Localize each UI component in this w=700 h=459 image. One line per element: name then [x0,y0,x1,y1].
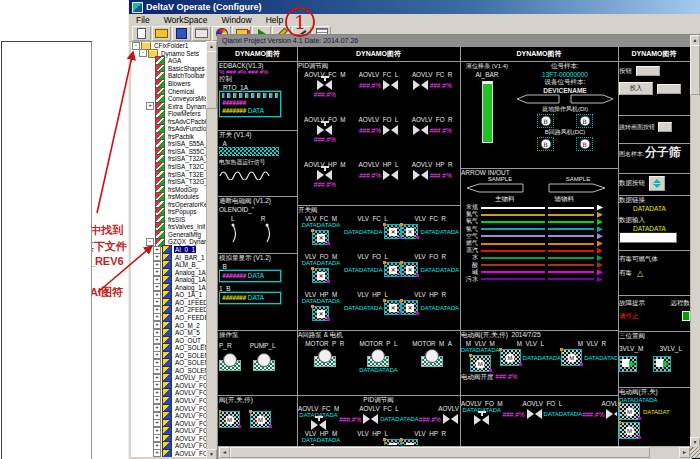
valve-dynamo[interactable]: AOVLV_FO_MDATADATADA###.#%DATADATADA [461,400,503,425]
material-line[interactable] [481,264,545,266]
tree-item[interactable]: frsISA_S55C_B [131,148,208,156]
material-line[interactable] [548,228,594,230]
pump-dynamo[interactable] [219,353,241,371]
tree-item[interactable]: AGA [131,57,208,65]
toolbar-button[interactable] [132,26,151,41]
title-bar[interactable]: DeltaV Operate (Configure) [129,0,700,14]
spinner-button[interactable] [649,176,665,191]
motor-valve-dynamo[interactable]: M_VLV_MDATADATADADATADATADA [461,340,500,372]
material-line[interactable] [481,228,545,230]
engage-button[interactable]: 投入 [619,82,653,95]
motor-valve-dynamo[interactable]: M_VLV_LDATADATADADATADATADA [500,340,562,372]
remote-status-box[interactable] [682,311,690,321]
tree-item[interactable]: frsModGrp [131,185,208,193]
tree-item[interactable]: frsValves_Init [131,223,208,231]
solenoid-valve-icon[interactable] [219,222,285,246]
material-line[interactable] [481,221,545,223]
motor-valve-dynamo[interactable]: M_VLV_RDATADATADADATADATADA [561,340,617,372]
data-display-dynamo[interactable]: ####### DATA [219,292,281,304]
valve-dynamo[interactable]: AOVLV_FO_R###.#%###.#%###.#% [405,116,459,161]
fan-dynamo[interactable] [537,114,554,128]
pump-dynamo[interactable] [253,353,275,371]
motor-valve-dynamo[interactable] [619,422,640,439]
tree-item[interactable]: frsModules [131,193,208,201]
material-line[interactable] [548,221,594,223]
spin-up-icon[interactable] [653,179,661,183]
canvas-scroll-left-icon[interactable]: ◄ [219,447,230,458]
hatch-strip[interactable] [219,147,279,156]
menu-item[interactable]: Window [214,15,258,25]
blank-button[interactable] [636,66,660,76]
material-line[interactable] [481,278,545,280]
data-display-dynamo[interactable]: ####### DATA [219,270,281,282]
fan-dynamo[interactable] [576,114,593,128]
valve-dynamo[interactable]: AOVLV_HP_R###.#%###.#%###.#% [405,161,459,204]
motor-valve-dynamo[interactable] [619,403,640,420]
menu-item[interactable]: WorkSpace [157,15,215,25]
material-line[interactable] [481,235,545,237]
menu-item[interactable]: File [129,15,157,25]
data-input-field[interactable] [619,232,677,243]
valve-dynamo[interactable]: VLV_FC_LDATADATADADATADATADADATADATADA [344,215,402,253]
valve-dynamo[interactable]: VLV_FO_MDATADATADADATADATADADATADATADA [298,253,344,291]
valve-dynamo[interactable]: VLV_HP_RDATADATADADATADATADADATADATADA [401,291,459,329]
tree-item[interactable]: frsOperatorKeyboa [131,200,208,208]
material-line[interactable] [481,243,545,245]
tree-item[interactable]: BatchToolbar [131,72,208,80]
material-line[interactable] [548,278,594,280]
tree-item[interactable]: frsISA_S55A_B [131,140,208,148]
motor-dynamo[interactable]: MOTOR_P_R [298,340,352,367]
valve-dynamo[interactable]: AOVLV_FC_R###.#%###.#%###.#% [405,71,459,116]
material-line[interactable] [481,207,545,209]
tree-item[interactable]: Dynamo Sets [131,50,208,58]
material-line[interactable] [548,257,594,259]
canvas-scroll-right-icon[interactable]: ► [679,447,690,458]
warning-triangle-icon[interactable]: △ [637,270,643,278]
data-link-value[interactable]: DATADATA [619,205,690,212]
sample-arrow-icons[interactable] [461,182,611,194]
jump-button[interactable] [658,122,672,132]
device-name-sample[interactable]: DEVICENAME [513,87,617,94]
motor-valve-dynamo[interactable] [250,411,271,428]
valve-dynamo[interactable]: AOVLV_HP_L###.#%###.#%###.#% [352,161,406,204]
valve-dynamo[interactable]: VLV_HP_MDATADATADADATADATADADATADATADA [298,291,344,329]
tree-item[interactable]: ConveyorsMisc [131,95,208,103]
tree-item[interactable]: AOVLV_FO_L_1 [131,450,208,457]
valve-dynamo[interactable]: VLV_HP_RDATADATADADATADATADADATADATADA [401,430,459,445]
motor-dynamo[interactable]: MOTOR_M_A [405,340,459,367]
motor-dynamo[interactable]: MOTOR_P_L [352,340,406,367]
tree-expander-icon[interactable] [146,102,154,110]
valve-dynamo[interactable]: AOVLV_FO_L###.#%###.#%###.#% [352,116,406,161]
material-line[interactable] [481,257,545,259]
tree-item[interactable]: frsISA_T32A_B [131,155,208,163]
tree-item[interactable]: Chemical [131,87,208,95]
resize-grip[interactable] [690,447,700,458]
material-line[interactable] [481,214,545,216]
material-line[interactable] [548,235,594,237]
tree-item[interactable]: Extra_Dynamos [131,102,208,110]
material-line[interactable] [481,271,545,273]
canvas-hscroll-thumb[interactable] [230,447,650,458]
canvas-vscroll-thumb[interactable] [690,45,700,95]
valve-dynamo[interactable]: AOVLV_FO_RDATADATADA###.#%DATADATADA [582,400,617,425]
data-display-dynamo[interactable]: ####### ####### DATA [219,91,281,117]
tree-item[interactable]: frsISA_T32E_F [131,170,208,178]
valve-dynamo[interactable]: AOVLV_FO_M###.#%###.#%###.#% [298,116,352,161]
material-line[interactable] [548,250,594,252]
valve-dynamo[interactable]: AOVLV_FC_M###.#%###.#%###.#% [298,71,352,116]
valve-dynamo[interactable]: VLV_FO_LDATADATADADATADATADADATADATADA [344,253,402,291]
material-line[interactable] [548,271,594,273]
canvas-vscrollbar[interactable] [690,35,700,448]
valve-dynamo[interactable]: VLV_FO_RDATADATADADATADATADADATADATADA [401,253,459,291]
material-line[interactable] [548,243,594,245]
valve-dynamo[interactable]: VLV_FC_MDATADATADADATADATADADATADATADA [298,215,344,253]
tree-item[interactable]: frsISA_T32C_B [131,163,208,171]
tree-item[interactable]: frsISA_T32G_N_I [131,178,208,186]
blank-button[interactable] [657,84,681,94]
tree-expander-icon[interactable] [153,449,161,457]
tree-item[interactable]: frsAdvCPacblk [131,117,208,125]
tree-item[interactable]: Blowers [131,80,208,88]
material-line[interactable] [548,214,594,216]
fan-dynamo[interactable] [576,137,593,151]
level-bar-dynamo[interactable] [482,81,493,143]
